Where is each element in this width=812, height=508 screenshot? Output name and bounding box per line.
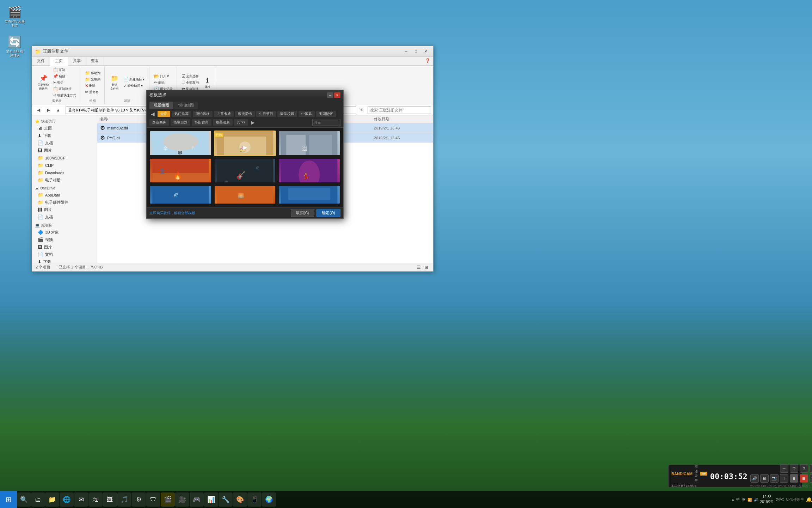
cat-romantic-button[interactable]: 漫约风格 — [193, 111, 213, 117]
template-fire[interactable]: 🔥 👤 云游风格 已解锁 — [149, 158, 212, 183]
taskbar-ktv[interactable]: 🎬 — [161, 492, 175, 507]
cat-nature-button[interactable]: 热坂自然 — [171, 119, 190, 126]
td-tab-group2[interactable]: 悦拍组图 — [174, 102, 198, 109]
sidebar-item-100msdcf[interactable]: 📁 100MSDCF — [32, 154, 97, 162]
purchase-link[interactable]: 立即购买软件，解锁全部模板 — [149, 211, 195, 216]
sidebar-item-docs1[interactable]: 📄 文档 — [32, 139, 97, 147]
tab-view[interactable]: 查看 — [86, 57, 104, 65]
sidebar-item-3dobjects[interactable]: 🔷 3D 对象 — [32, 229, 97, 236]
taskbar-store[interactable]: 🛍 — [88, 492, 103, 507]
taskbar-search[interactable]: 🔍 — [17, 492, 31, 507]
template-blue1[interactable]: 🌊 — [149, 185, 212, 204]
play-button-memories[interactable]: ▶ — [239, 141, 251, 153]
back-button[interactable]: ◀ — [34, 106, 43, 114]
refresh-button[interactable]: ↻ — [358, 106, 366, 114]
taskbar-misc4[interactable]: 🎨 — [233, 492, 247, 507]
taskbar-settings[interactable]: ⚙ — [132, 492, 146, 507]
template-blue2[interactable] — [278, 185, 340, 204]
td-tab-group1[interactable]: 玩景组图 — [149, 102, 173, 109]
cut-button[interactable]: ✂ 剪切 — [52, 80, 77, 85]
minimize-button[interactable]: ─ — [401, 48, 411, 55]
cat-popular-button[interactable]: 热门推荐 — [172, 111, 191, 117]
taskbar-clock[interactable]: 12:38 2019/2/1 — [760, 495, 774, 504]
taskbar-misc1[interactable]: 🎮 — [190, 492, 204, 507]
tab-share[interactable]: 共享 — [68, 57, 86, 65]
template-romance[interactable]: 💃 爱意彼鑛 已解锁 — [278, 158, 340, 183]
easy-access-button[interactable]: ✓ 轻松访问▼ — [122, 83, 146, 89]
tray-ime2[interactable]: 英 — [742, 497, 745, 502]
sidebar-item-docs2[interactable]: 📄 文档 — [32, 213, 97, 221]
cancel-button[interactable]: 取消(C) — [291, 209, 314, 217]
template-rain[interactable]: 🎸 💨 🌊 往事如烟 已解锁 — [214, 158, 276, 183]
start-button[interactable]: ⊞ — [0, 491, 17, 508]
template-orange1[interactable]: 🌅 — [214, 185, 276, 204]
sidebar-item-video[interactable]: 🎬 视频 — [32, 236, 97, 243]
template-memories[interactable]: 💑 ▶ 已选 记忆留影 已解锁 — [214, 131, 276, 156]
cat-next-button[interactable]: ▶ — [250, 119, 256, 126]
taskbar-spotify[interactable]: 🎵 — [117, 492, 131, 507]
bandicam-minimize-button[interactable]: ─ — [780, 464, 788, 473]
tray-up-arrow[interactable]: ∧ — [732, 498, 734, 502]
cat-more-button[interactable]: 其 >> — [234, 119, 248, 126]
bandicam-close-button[interactable]: ✕ — [810, 464, 812, 473]
new-folder-button[interactable]: 📁 新建文件夹 — [108, 74, 121, 91]
bandicam-audio-button[interactable]: 🔊 — [750, 474, 759, 483]
sidebar-item-docs3[interactable]: 📄 文档 — [32, 251, 97, 258]
sidebar-item-pictures1[interactable]: 🖼 图片 — [32, 147, 97, 154]
deselect-all-button[interactable]: ☐ 全部取消 — [180, 80, 200, 85]
bandicam-screen-button[interactable]: 🖥 — [760, 474, 769, 483]
edit-button[interactable]: ✏ 编辑 — [153, 80, 174, 85]
bandicam-camera-button[interactable]: 📸 — [810, 474, 812, 483]
col-date-header[interactable]: 修改日期 — [374, 116, 430, 122]
forward-button[interactable]: ▶ — [44, 106, 53, 114]
sidebar-item-downloads2[interactable]: 📁 Downloads — [32, 169, 97, 176]
sidebar-item-email-attachments[interactable]: 📁 电子邮件附件 — [32, 199, 97, 206]
taskbar-edge[interactable]: 🌐 — [60, 492, 74, 507]
tray-volume[interactable]: 🔊 — [754, 498, 758, 502]
cat-enterprise-button[interactable]: 企业商务 — [149, 119, 169, 126]
rename-button[interactable]: ✏ 重命名 — [84, 89, 102, 95]
grid-view-button[interactable]: ⊞ — [423, 264, 430, 271]
taskbar-misc5[interactable]: 📱 — [247, 492, 262, 507]
pin-to-quickaccess-button[interactable]: 📌 固定到快速访问 — [36, 74, 50, 91]
close-button[interactable]: ✕ — [421, 48, 430, 55]
cat-all-button[interactable]: 全部 — [158, 111, 170, 117]
tab-file[interactable]: 文件 — [32, 57, 50, 65]
list-view-button[interactable]: ☰ — [416, 264, 422, 271]
cat-prev-button[interactable]: ◀ — [149, 110, 156, 117]
template-memories2[interactable]: 🖼 我的回忆 已解锁 — [278, 131, 340, 156]
template-search-input[interactable] — [312, 119, 340, 126]
copy-path-button[interactable]: 📋 复制路径 — [52, 86, 77, 92]
cat-birthday-button[interactable]: 生日节日 — [256, 111, 276, 117]
desktop-icon-converter[interactable]: 🔄 艾奇全能 视频转换 — [4, 34, 26, 59]
bandicam-stop-button[interactable]: ⏹ — [800, 474, 808, 483]
new-item-button[interactable]: 📄 新建项目▼ — [122, 77, 146, 82]
cat-chinese-button[interactable]: 中国风 — [299, 111, 315, 117]
properties-button[interactable]: ℹ 属性 — [201, 76, 214, 90]
taskbar-mail[interactable]: ✉ — [74, 492, 88, 507]
taskbar-antivirus[interactable]: 🛡 — [146, 492, 160, 507]
sidebar-item-downloads1[interactable]: ⬇ 下载 — [32, 132, 97, 139]
bandicam-webcam-button[interactable]: 📷 — [770, 474, 779, 483]
tab-home[interactable]: 主页 — [50, 57, 68, 66]
taskbar-bandicam[interactable]: 🎥 — [175, 492, 189, 507]
select-all-button[interactable]: ☑ 全部选择 — [180, 73, 200, 79]
search-input[interactable] — [368, 106, 431, 114]
bandicam-pause-button[interactable]: ⏸ — [790, 474, 798, 483]
taskbar-taskview[interactable]: 🗂 — [31, 492, 45, 507]
template-winter[interactable]: ❄ 👨‍👩‍👧 ❄ 无场景展示 已解锁 — [149, 131, 212, 156]
tray-ime[interactable]: 中 — [736, 497, 740, 502]
td-minimize-button[interactable]: ─ — [327, 92, 333, 98]
taskbar-misc6[interactable]: 🌍 — [262, 492, 276, 507]
taskbar-misc3[interactable]: 🔧 — [219, 492, 233, 507]
sidebar-item-desktop1[interactable]: 🖥 桌面 — [32, 125, 97, 132]
copy-to-button[interactable]: 📁 复制到 — [84, 77, 102, 82]
sidebar-item-pictures3[interactable]: 🖼 图片 — [32, 243, 97, 251]
open-button[interactable]: 📂 打开▼ — [153, 73, 174, 79]
sidebar-item-photoalbum[interactable]: 📁 电子相册 — [32, 176, 97, 184]
sidebar-item-clip[interactable]: 📁 CLIP — [32, 162, 97, 169]
delete-button[interactable]: ✕ 删除 — [84, 83, 102, 89]
up-button[interactable]: ▲ — [54, 106, 62, 114]
cat-elegant-button[interactable]: 唯美清新 — [213, 119, 233, 126]
taskbar-misc2[interactable]: 📊 — [204, 492, 218, 507]
